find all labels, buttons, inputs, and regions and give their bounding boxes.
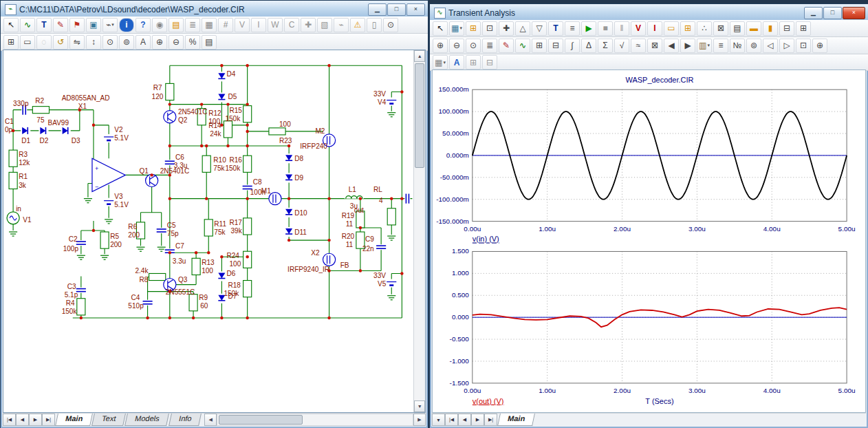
curve-label[interactable]: v(out) (V) xyxy=(473,397,504,405)
tokens-icon[interactable]: ⊠ xyxy=(713,21,728,36)
grid-text-icon[interactable]: ≣ xyxy=(185,18,200,32)
autoscale-icon[interactable]: ⊙ xyxy=(466,39,481,53)
subtract-waveform-icon[interactable]: ⊟ xyxy=(548,39,563,53)
scroll-down-button[interactable]: ▼ xyxy=(414,400,425,412)
curve-label[interactable]: v(in) (V) xyxy=(473,235,499,243)
first-sheet-button[interactable]: |◀ xyxy=(3,414,16,426)
zoom-area-icon[interactable]: ⊡ xyxy=(796,39,811,53)
conditions-icon[interactable]: C xyxy=(284,18,299,32)
page-view-icon[interactable]: ▤ xyxy=(202,35,217,50)
first-page-button[interactable]: |◀ xyxy=(445,414,458,426)
vertical-scroll-thumb[interactable] xyxy=(415,63,424,168)
minimize-button[interactable]: ▁ xyxy=(804,7,823,19)
pan-mode-icon[interactable]: ✚ xyxy=(499,21,514,36)
flip-horizontal-icon[interactable]: ⇋ xyxy=(69,35,85,50)
schematic-horizontal-scrollbar[interactable]: ◀ ▶ xyxy=(204,414,426,426)
schematic-titlebar[interactable]: ⌁ C:\MC11\DATA\Petrov\LDsound\decoder\WA… xyxy=(1,1,428,17)
clipboard-icon[interactable]: ▥▾ xyxy=(697,39,712,53)
close-button[interactable]: × xyxy=(843,7,865,19)
derivative-icon[interactable]: Δ xyxy=(581,39,596,53)
edit-icon[interactable]: ✎ xyxy=(499,39,514,53)
find-text-icon[interactable]: A xyxy=(135,35,151,50)
cascade-icon[interactable]: ⊞ xyxy=(796,21,811,36)
select-window-icon[interactable]: ⊞ xyxy=(3,35,19,50)
smoothing-icon[interactable]: ≈ xyxy=(631,39,646,53)
maximize-button[interactable]: □ xyxy=(387,3,406,16)
text-mode-icon[interactable]: T xyxy=(548,21,563,36)
point-to-point-icon[interactable]: ◉ xyxy=(152,18,167,32)
cursor-left-icon[interactable]: ◀ xyxy=(664,39,679,53)
scroll-right-button[interactable]: ▶ xyxy=(413,414,426,426)
analysis-plots-svg[interactable]: 0.00u1.00u2.00u3.00u4.00u5.00u150.000m10… xyxy=(433,70,865,412)
schematic-vertical-scrollbar[interactable]: ▲ ▼ xyxy=(413,50,425,412)
vertical-scroll-track[interactable] xyxy=(414,62,425,400)
next-sheet-button[interactable]: ▶ xyxy=(29,414,42,426)
go-left-icon[interactable]: ◁ xyxy=(763,39,778,53)
copy-plot-icon[interactable]: ⊞ xyxy=(466,55,481,69)
watch-icon[interactable]: ⊚ xyxy=(746,39,761,53)
sum-icon[interactable]: Σ xyxy=(598,39,613,53)
run-icon[interactable]: ▶ xyxy=(581,21,596,36)
zoom-out-icon[interactable]: ⊖ xyxy=(449,39,464,53)
select-mode-icon[interactable]: ↖ xyxy=(3,18,19,32)
find-icon[interactable]: ⊙ xyxy=(102,35,118,50)
picture-mode-icon[interactable]: ▣ xyxy=(86,18,101,32)
add-waveform-icon[interactable]: ⊞ xyxy=(532,39,547,53)
zoom-in-icon[interactable]: ⊕ xyxy=(433,39,448,53)
select-mode-icon[interactable]: ↖ xyxy=(433,21,448,36)
attribute-text-icon[interactable]: ▤ xyxy=(169,18,184,32)
node-numbers-icon[interactable]: # xyxy=(218,18,233,32)
maximize-button[interactable]: □ xyxy=(823,7,842,19)
prev-sheet-button[interactable]: ◀ xyxy=(16,414,29,426)
properties-icon[interactable]: ≡ xyxy=(565,21,580,36)
grid-menu-icon[interactable]: ▦▾ xyxy=(433,55,448,69)
tab-main[interactable]: Main xyxy=(497,414,535,426)
warning-icon[interactable]: ⚠ xyxy=(350,18,365,32)
wire-mode-icon[interactable]: ∿ xyxy=(20,18,35,32)
scope-menu-icon[interactable]: ▦▾ xyxy=(449,21,464,36)
cross-hatch-icon[interactable]: ▧ xyxy=(317,18,332,32)
prev-page-button[interactable]: ◀ xyxy=(458,414,471,426)
limits-icon[interactable]: ⊠ xyxy=(647,39,662,53)
go-right-icon[interactable]: ▷ xyxy=(779,39,794,53)
tab-main[interactable]: Main xyxy=(55,414,93,426)
last-page-button[interactable]: ▶| xyxy=(484,414,497,426)
find-next-icon[interactable]: ⊚ xyxy=(119,35,134,50)
horizontal-scroll-thumb[interactable] xyxy=(219,415,303,425)
tab-text[interactable]: Text xyxy=(91,414,126,426)
graphics-mode-icon[interactable]: ✎ xyxy=(53,18,68,32)
minimize-button[interactable]: ▁ xyxy=(368,3,387,16)
blank-page-icon[interactable]: ▯ xyxy=(367,18,382,32)
annotate-a-icon[interactable]: A xyxy=(449,55,464,69)
ruler-icon[interactable]: ▤ xyxy=(730,21,745,36)
zoom-in-icon[interactable]: ⊕ xyxy=(152,35,167,50)
horizontal-tile-icon[interactable]: ▬ xyxy=(746,21,761,36)
integral-icon[interactable]: ∫ xyxy=(565,39,580,53)
valley-icon[interactable]: ▽ xyxy=(532,21,547,36)
pause-icon[interactable]: ‖ xyxy=(614,21,629,36)
list-icon[interactable]: ≡ xyxy=(713,39,728,53)
cursor-right-icon[interactable]: ▶ xyxy=(680,39,695,53)
overlap-icon[interactable]: ⊟ xyxy=(779,21,794,36)
data-points-icon[interactable]: ∴ xyxy=(697,21,712,36)
vertical-tile-icon[interactable]: ▮ xyxy=(763,21,778,36)
probe-current-icon[interactable]: I xyxy=(647,21,662,36)
search-icon[interactable]: ⊙ xyxy=(383,18,398,32)
sense-paths-icon[interactable]: ⌁ xyxy=(334,18,349,32)
numeric-output-icon[interactable]: № xyxy=(730,39,745,53)
zoom-percent-icon[interactable]: % xyxy=(185,35,200,50)
scroll-left-button[interactable]: ◀ xyxy=(204,414,217,426)
next-page-button[interactable]: ▶ xyxy=(471,414,484,426)
standard-plot-icon[interactable]: ⊞ xyxy=(466,21,481,36)
peak-icon[interactable]: △ xyxy=(515,21,530,36)
help-mode-icon[interactable]: ? xyxy=(135,18,151,32)
command-icon[interactable]: ▦ xyxy=(202,18,217,32)
plot-grid-icon[interactable]: ⊞ xyxy=(680,21,695,36)
zoom-out-icon[interactable]: ⊖ xyxy=(169,35,184,50)
tab-info[interactable]: Info xyxy=(169,414,202,426)
powers-icon[interactable]: W xyxy=(268,18,283,32)
close-button[interactable]: × xyxy=(406,3,425,16)
undo-step-icon[interactable]: ↺ xyxy=(53,35,68,50)
last-sheet-button[interactable]: ▶| xyxy=(42,414,55,426)
horizontal-scroll-track[interactable] xyxy=(217,414,413,426)
